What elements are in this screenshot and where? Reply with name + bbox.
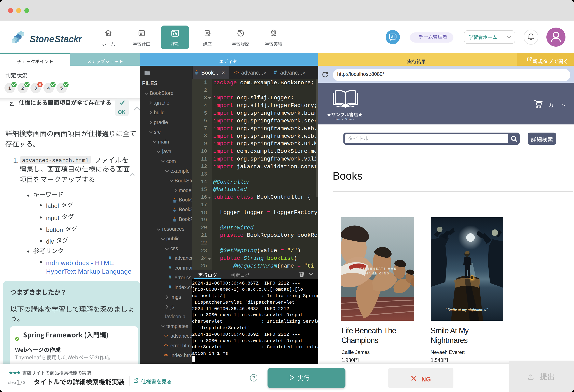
svg-text:AI: AI <box>391 35 395 39</box>
svg-text:LIFE BENEATT HHE: LIFE BENEATT HHE <box>356 267 397 270</box>
svg-text:“Smile at my nightmares”: “Smile at my nightmares” <box>445 307 488 312</box>
svg-text:CHAMPIOINS: CHAMPIOINS <box>363 272 390 275</box>
